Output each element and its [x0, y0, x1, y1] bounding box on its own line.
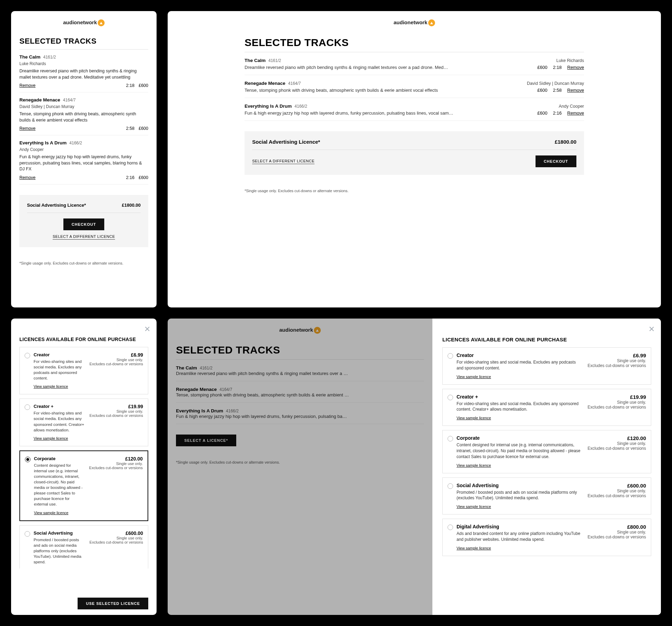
track-price: £600	[537, 110, 547, 116]
track-artists: Andy Cooper	[559, 104, 584, 109]
footnote: *Single usage only. Excludes cut-downs o…	[245, 189, 584, 193]
track-duration: 2:18	[126, 83, 134, 88]
licence-list: Creator For video-sharing sites and soci…	[19, 347, 148, 569]
licence-description: Ads and branded content for any online p…	[457, 531, 583, 543]
licence-terms: Single use only.Excludes cut-downs or ve…	[587, 358, 646, 368]
radio-icon[interactable]	[25, 404, 30, 410]
licence-name: Digital Advertising	[457, 524, 583, 529]
licence-option-social-advertising[interactable]: Social Advertising Promoted / boosted po…	[442, 477, 651, 515]
track-duration: 2:58	[126, 126, 134, 131]
remove-link[interactable]: Remove	[19, 83, 36, 88]
track-list: The Calm4161/2 Luke Richards Dreamlike r…	[19, 49, 148, 185]
remove-link[interactable]: Remove	[567, 110, 584, 116]
licence-price: £19.99	[89, 404, 143, 409]
modal-title: LICENCES AVAILABLE FOR ONLINE PURCHASE	[19, 337, 148, 342]
view-sample-licence-link[interactable]: View sample licence	[457, 463, 491, 467]
licence-name: Creator +	[34, 404, 85, 409]
mobile-selected-tracks-panel: audionetwork SELECTED TRACKS The Calm416…	[11, 11, 157, 307]
track-duration: 2:16	[553, 110, 562, 116]
licence-option-creator-plus[interactable]: Creator + For video-sharing sites and so…	[442, 389, 651, 426]
licence-terms: Single use only.Excludes cut-downs or ve…	[587, 530, 646, 539]
radio-icon[interactable]	[25, 531, 30, 537]
close-icon[interactable]: ✕	[648, 325, 655, 334]
view-sample-licence-link[interactable]: View sample licence	[34, 511, 68, 515]
track-artists: Andy Cooper	[19, 147, 148, 152]
radio-icon[interactable]	[448, 525, 453, 530]
use-selected-licence-button[interactable]: USE SELECTED LICENCE	[78, 598, 148, 609]
licence-option-creator-plus[interactable]: Creator + For video-sharing sites and so…	[19, 399, 148, 446]
licence-price: £120.00	[587, 435, 646, 441]
licence-terms: Single use only.Excludes cut-downs or ve…	[89, 462, 143, 470]
mobile-licence-modal: ✕ LICENCES AVAILABLE FOR ONLINE PURCHASE…	[11, 319, 157, 615]
licence-option-social-advertising[interactable]: Social Advertising Promoted / boosted po…	[19, 525, 148, 569]
licence-description: Promoted / boosted posts and ads on soci…	[34, 537, 85, 565]
remove-link[interactable]: Remove	[567, 88, 584, 93]
track-description: Dreamlike reversed piano with pitch bend…	[19, 68, 148, 80]
checkout-button[interactable]: CHECKOUT	[63, 218, 104, 230]
track-price: £600	[537, 88, 547, 93]
checkout-button[interactable]: CHECKOUT	[536, 155, 576, 167]
radio-icon[interactable]	[25, 353, 30, 358]
track-list: The Calm4161/2 Luke Richards Dreamlike r…	[245, 52, 584, 121]
track-description: Fun & high energy jazzy hip hop with lay…	[19, 154, 148, 172]
licence-name: Corporate	[34, 456, 84, 461]
track-title: Renegade Menace	[245, 81, 285, 86]
licence-description: For video-sharing sites and social media…	[34, 359, 85, 381]
track-price: £600	[139, 175, 148, 180]
view-sample-licence-link[interactable]: View sample licence	[457, 416, 491, 420]
desktop-selected-tracks-panel: audionetwork SELECTED TRACKS The Calm416…	[168, 11, 661, 307]
summary-total: £1800.00	[122, 203, 141, 208]
track-id: 4164/7	[288, 81, 301, 86]
track-row: Everything Is A Drum4166/2 Andy Cooper F…	[245, 98, 584, 121]
track-artists: David Sidley | Duncan Murray	[527, 81, 584, 86]
licence-terms: Single use only.Excludes cut-downs or ve…	[89, 536, 143, 544]
view-sample-licence-link[interactable]: View sample licence	[457, 546, 491, 550]
select-different-licence-link[interactable]: SELECT A DIFFERENT LICENCE	[252, 159, 315, 164]
remove-link[interactable]: Remove	[567, 65, 584, 70]
track-id: 4161/2	[43, 55, 56, 60]
track-id: 4164/7	[63, 98, 76, 102]
radio-icon[interactable]	[448, 436, 453, 441]
licence-option-corporate[interactable]: Corporate Content designed for internal …	[19, 450, 148, 521]
licence-option-creator[interactable]: Creator For video-sharing sites and soci…	[19, 347, 148, 394]
modal-overlay[interactable]	[168, 319, 432, 615]
view-sample-licence-link[interactable]: View sample licence	[457, 504, 491, 509]
summary-box: Social Advertising Licence* £1800.00 CHE…	[19, 195, 148, 247]
track-title: The Calm	[245, 58, 266, 63]
page-title: SELECTED TRACKS	[245, 37, 584, 48]
track-title: Everything Is A Drum	[245, 104, 292, 109]
licence-option-digital-advertising[interactable]: Digital Advertising Ads and branded cont…	[442, 519, 651, 556]
licence-terms: Single use only.Excludes cut-downs or ve…	[587, 400, 646, 410]
summary-licence-label: Social Advertising Licence*	[27, 203, 86, 208]
track-price: £600	[139, 83, 148, 88]
licence-option-creator[interactable]: Creator For video-sharing sites and soci…	[442, 347, 651, 385]
track-row: The Calm4161/2 Luke Richards Dreamlike r…	[245, 52, 584, 75]
view-sample-licence-link[interactable]: View sample licence	[34, 384, 68, 388]
summary-box: Social Advertising Licence* £1800.00 SEL…	[245, 131, 584, 175]
radio-icon[interactable]	[25, 457, 30, 462]
licence-name: Social Advertising	[457, 483, 583, 488]
track-description: Dreamlike reversed piano with pitch bend…	[245, 65, 448, 70]
brand-triangle-icon	[428, 19, 435, 26]
licence-description: For video-sharing sites and social media…	[34, 410, 85, 432]
track-id: 4166/2	[69, 141, 82, 145]
view-sample-licence-link[interactable]: View sample licence	[457, 375, 491, 379]
select-different-licence-link[interactable]: SELECT A DIFFERENT LICENCE	[53, 234, 115, 240]
remove-link[interactable]: Remove	[19, 126, 36, 131]
track-id: 4161/2	[268, 58, 281, 63]
track-price: £600	[139, 126, 148, 131]
radio-icon[interactable]	[448, 395, 453, 400]
radio-icon[interactable]	[448, 483, 453, 489]
licence-description: Promoted / boosted posts and ads on soci…	[457, 490, 583, 501]
licence-terms: Single use only.Excludes cut-downs or ve…	[89, 409, 143, 418]
track-duration: 2:16	[126, 175, 134, 180]
licence-name: Creator +	[457, 394, 583, 400]
licence-option-corporate[interactable]: Corporate Content designed for internal …	[442, 430, 651, 473]
radio-icon[interactable]	[448, 353, 453, 359]
track-duration: 2:58	[553, 88, 562, 93]
remove-link[interactable]: Remove	[19, 175, 36, 180]
view-sample-licence-link[interactable]: View sample licence	[34, 436, 68, 440]
track-artists: David Sidley | Duncan Murray	[19, 104, 148, 109]
close-icon[interactable]: ✕	[144, 325, 150, 334]
view-sample-licence-link[interactable]: View sample licence	[34, 568, 68, 569]
